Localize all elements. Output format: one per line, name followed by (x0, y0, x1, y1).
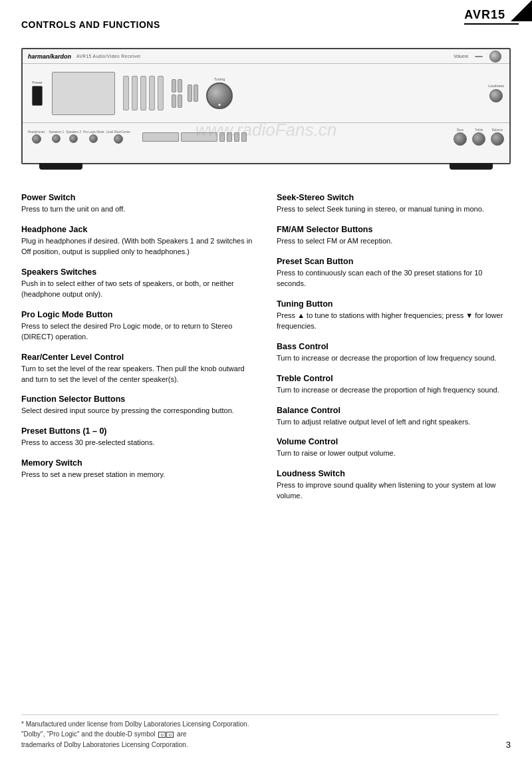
loudness-label-device: Loudness (488, 84, 504, 88)
control-title-left-4: Rear/Center Level Control (21, 353, 255, 362)
bass-knob-visual (454, 132, 467, 146)
spk1-switch (52, 134, 61, 143)
func-btn-1 (123, 76, 129, 110)
control-item-right-5: Treble Control Turn to increase or decre… (277, 374, 511, 396)
control-title-right-4: Bass Control (277, 342, 511, 351)
controls-right-col: Seek-Stereo Switch Press to select Seek … (277, 193, 511, 512)
preset-btn-d (178, 94, 182, 108)
control-desc-left-2: Push in to select either of two sets of … (21, 279, 255, 300)
memory-btn (188, 84, 192, 102)
control-item-left-7: Memory Switch Press to set a new preset … (21, 458, 255, 480)
control-desc-left-7: Press to set a new preset station in mem… (21, 470, 255, 480)
control-item-left-0: Power Switch Press to turn the unit on a… (21, 193, 255, 215)
control-item-right-6: Balance Control Turn to adjust relative … (277, 406, 511, 428)
control-title-left-3: Pro Logic Mode Button (21, 310, 255, 319)
display-screen (52, 72, 115, 115)
model-name: AVR15 (464, 8, 505, 21)
foot-right (450, 163, 493, 170)
volume-label-device: Volume (454, 54, 468, 59)
footer-line2: "Dolby", "Pro Logic" and the double-D sy… (21, 730, 156, 738)
balance-knob-visual (491, 132, 504, 146)
control-item-right-4: Bass Control Turn to increase or decreas… (277, 342, 511, 364)
tuner-btn (234, 132, 239, 142)
control-title-right-1: FM/AM Selector Buttons (277, 225, 511, 234)
control-title-right-2: Preset Scan Button (277, 257, 511, 266)
control-title-right-7: Volume Control (277, 437, 511, 446)
control-title-left-7: Memory Switch (21, 458, 255, 468)
control-desc-left-0: Press to turn the unit on and off. (21, 204, 255, 215)
device-feet (39, 163, 493, 170)
control-item-right-1: FM/AM Selector Buttons Press to select F… (277, 225, 511, 247)
footer-line2b: are (177, 730, 186, 738)
fmam-btn (194, 84, 198, 102)
control-desc-left-1: Plug in headphones if desired. (With bot… (21, 236, 255, 257)
device-diagram: harman/kardon AVR15 Audio/Video Receiver… (21, 48, 511, 164)
control-item-left-2: Speakers Switches Push in to select eith… (21, 267, 255, 300)
control-item-left-1: Headphone Jack Plug in headphones if des… (21, 225, 255, 257)
control-desc-left-5: Select desired input source by pressing … (21, 406, 255, 416)
tuning-dial (206, 82, 233, 109)
control-desc-left-3: Press to select the desired Pro Logic mo… (21, 321, 255, 343)
control-desc-left-4: Turn to set the level of the rear speake… (21, 364, 255, 385)
tuning-label-device: Tuning (214, 77, 225, 81)
tape-selector (142, 132, 179, 142)
control-desc-right-8: Press to improve sound quality when list… (277, 480, 511, 502)
headphone-jack-visual (32, 134, 41, 144)
control-desc-left-6: Press to access 30 pre-selected stations… (21, 438, 255, 448)
device-model-label: AVR15 Audio/Video Receiver (76, 54, 141, 59)
aux-btn (227, 132, 232, 142)
page-number: 3 (506, 740, 511, 750)
loudness-knob (489, 89, 503, 102)
av-btn (219, 132, 225, 142)
control-title-left-1: Headphone Jack (21, 225, 255, 234)
footer-line3: trademarks of Dolby Laboratories Licensi… (21, 741, 188, 748)
control-item-right-7: Volume Control Turn to raise or lower ou… (277, 437, 511, 459)
power-label-device: Power (32, 80, 43, 84)
vcr-selector (181, 132, 217, 142)
preset-btn-b (178, 79, 182, 92)
dolby-symbol-1: D (158, 732, 166, 738)
cd-btn (241, 132, 247, 142)
control-item-right-0: Seek-Stereo Switch Press to select Seek … (277, 193, 511, 215)
foot-left (39, 163, 82, 170)
control-item-left-6: Preset Buttons (1 – 0) Press to access 3… (21, 426, 255, 448)
footer-note: * Manufactured under license from Dolby … (21, 714, 499, 750)
control-desc-right-4: Turn to increase or decrease the proport… (277, 353, 511, 364)
control-item-right-8: Loudness Switch Press to improve sound q… (277, 469, 511, 502)
prologic-btn (89, 134, 98, 143)
preset-btn-a (172, 79, 176, 92)
control-title-right-3: Tuning Button (277, 299, 511, 309)
control-title-left-5: Function Selector Buttons (21, 394, 255, 404)
control-desc-right-5: Turn to increase or decrease the proport… (277, 385, 511, 396)
dolby-symbol-2: D (166, 732, 174, 738)
func-btn-2 (132, 76, 138, 110)
volume-indicator (489, 51, 501, 63)
control-desc-right-1: Press to select FM or AM reception. (277, 236, 511, 247)
func-btn-3 (140, 76, 146, 110)
control-desc-right-2: Press to continuously scan each of the 3… (277, 268, 511, 289)
control-item-right-2: Preset Scan Button Press to continuously… (277, 257, 511, 289)
treble-knob-visual (472, 132, 485, 146)
func-btn-5 (158, 76, 164, 110)
control-desc-right-7: Turn to raise or lower output volume. (277, 448, 511, 459)
footer-line1: * Manufactured under license from Dolby … (21, 720, 249, 728)
control-title-right-5: Treble Control (277, 374, 511, 383)
corner-triangle (511, 0, 532, 21)
control-title-right-6: Balance Control (277, 406, 511, 415)
controls-area: Power Switch Press to turn the unit on a… (21, 193, 511, 512)
func-btn-4 (149, 76, 155, 110)
control-item-left-5: Function Selector Buttons Select desired… (21, 394, 255, 416)
control-title-left-6: Preset Buttons (1 – 0) (21, 426, 255, 436)
preset-btn-c (172, 94, 176, 108)
spk2-switch (69, 134, 78, 143)
control-desc-right-0: Press to select Seek tuning in stereo, o… (277, 204, 511, 215)
level-knob (114, 134, 123, 144)
controls-left-col: Power Switch Press to turn the unit on a… (21, 193, 255, 512)
control-title-left-0: Power Switch (21, 193, 255, 202)
device-brand: harman/kardon (28, 53, 71, 60)
control-title-right-0: Seek-Stereo Switch (277, 193, 511, 202)
control-item-left-4: Rear/Center Level Control Turn to set th… (21, 353, 255, 385)
control-title-right-8: Loudness Switch (277, 469, 511, 478)
control-item-left-3: Pro Logic Mode Button Press to select th… (21, 310, 255, 343)
volume-slider (475, 56, 483, 57)
